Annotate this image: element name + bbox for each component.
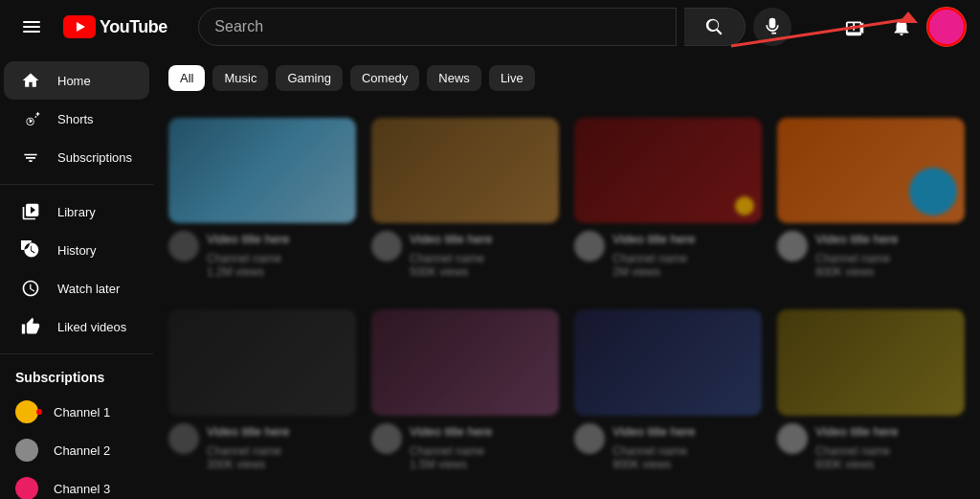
video-info-6: Video title here Channel name 1.5M views [371, 416, 559, 471]
video-info-2: Video title here Channel name 500K views [371, 223, 559, 279]
video-thumbnail-8 [777, 309, 965, 415]
subscription-item-3[interactable]: Channel 3 [4, 469, 149, 499]
video-stats-5: 300K views [207, 458, 356, 471]
video-card-1[interactable]: Video title here Channel name 1.2M views [168, 118, 356, 279]
channel-avatar-7 [574, 423, 605, 454]
video-thumbnail-4 [777, 118, 965, 223]
create-button[interactable] [836, 8, 875, 46]
video-title-4: Video title here [815, 231, 965, 248]
video-card-8[interactable]: Video title here Channel name 600K views [777, 309, 965, 470]
sidebar-item-home[interactable]: Home [4, 61, 149, 100]
sub-avatar-1 [15, 400, 38, 423]
video-title-8: Video title here [815, 423, 965, 441]
video-channel-3: Channel name [612, 252, 762, 265]
notifications-button[interactable] [882, 8, 921, 46]
video-channel-6: Channel name [410, 444, 559, 458]
sidebar-home-label: Home [57, 74, 91, 88]
video-info-3: Video title here Channel name 2M views [574, 223, 762, 279]
video-thumbnail-3 [574, 118, 762, 223]
shorts-icon [19, 107, 42, 130]
video-title-1: Video title here [207, 231, 356, 248]
home-icon [19, 69, 42, 92]
chip-news[interactable]: News [427, 65, 481, 91]
subscription-item-1[interactable]: Channel 1 [4, 393, 149, 431]
video-meta-4: Video title here Channel name 800K views [815, 231, 965, 279]
video-grid-row-2: Video title here Channel name 300K views… [153, 294, 980, 486]
microphone-button[interactable] [753, 8, 791, 46]
youtube-wordmark: YouTube [100, 17, 167, 37]
video-card-6[interactable]: Video title here Channel name 1.5M views [371, 309, 559, 470]
sidebar-item-watch-later[interactable]: Watch later [4, 269, 149, 307]
video-card-4[interactable]: Video title here Channel name 800K views [777, 118, 965, 279]
video-thumbnail-1 [168, 118, 356, 223]
video-stats-3: 2M views [612, 265, 762, 279]
video-channel-8: Channel name [815, 444, 965, 458]
header-left: YouTube [15, 11, 168, 43]
video-card-3[interactable]: Video title here Channel name 2M views [574, 118, 762, 279]
liked-videos-icon [19, 315, 42, 338]
sidebar-item-library[interactable]: Library [4, 193, 149, 231]
chip-live[interactable]: Live [489, 65, 535, 91]
sidebar-watch-later-label: Watch later [57, 282, 120, 296]
sub-avatar-2 [15, 439, 38, 462]
subscriptions-icon [19, 146, 42, 169]
video-info-4: Video title here Channel name 800K views [777, 223, 965, 279]
sub-name-2: Channel 2 [54, 443, 110, 458]
video-card-2[interactable]: Video title here Channel name 500K views [371, 118, 559, 279]
svg-rect-2 [23, 31, 40, 33]
sidebar-item-liked-videos[interactable]: Liked videos [4, 307, 149, 346]
sidebar-item-history[interactable]: History [4, 231, 149, 269]
video-channel-5: Channel name [207, 444, 356, 458]
sub-name-1: Channel 1 [54, 405, 110, 420]
sidebar-history-label: History [57, 243, 96, 258]
video-title-7: Video title here [612, 423, 762, 441]
video-thumbnail-7 [574, 309, 762, 415]
sidebar-library-label: Library [57, 205, 96, 219]
channel-avatar-2 [371, 231, 402, 261]
video-info-8: Video title here Channel name 600K views [777, 416, 965, 471]
video-stats-1: 1.2M views [207, 265, 356, 279]
chip-all[interactable]: All [168, 65, 205, 91]
hamburger-button[interactable] [15, 11, 48, 43]
sidebar-shorts-label: Shorts [57, 112, 94, 126]
search-input[interactable] [199, 9, 676, 45]
video-meta-6: Video title here Channel name 1.5M views [410, 423, 559, 471]
sidebar-item-subscriptions[interactable]: Subscriptions [4, 138, 149, 176]
search-button[interactable] [684, 8, 746, 46]
video-info-5: Video title here Channel name 300K views [168, 416, 356, 471]
video-info-1: Video title here Channel name 1.2M views [168, 223, 356, 279]
user-avatar-button[interactable] [928, 9, 965, 45]
youtube-logo[interactable]: YouTube [63, 15, 167, 38]
library-icon [19, 200, 42, 223]
channel-avatar-8 [777, 423, 808, 454]
video-channel-4: Channel name [815, 252, 965, 265]
video-stats-7: 900K views [612, 458, 762, 471]
video-thumbnail-2 [371, 118, 559, 223]
header: YouTube [0, 0, 980, 54]
header-right [836, 8, 965, 46]
video-meta-2: Video title here Channel name 500K views [410, 231, 559, 279]
video-meta-7: Video title here Channel name 900K views [612, 423, 762, 471]
channel-avatar-6 [371, 423, 402, 454]
chip-gaming[interactable]: Gaming [276, 65, 343, 91]
search-bar [198, 8, 677, 46]
subscription-item-2[interactable]: Channel 2 [4, 431, 149, 469]
video-meta-5: Video title here Channel name 300K views [207, 423, 356, 471]
video-channel-7: Channel name [612, 444, 762, 458]
svg-rect-1 [23, 26, 40, 28]
sidebar-item-shorts[interactable]: Shorts [4, 100, 149, 138]
main-content: All Music Gaming Comedy News Live Video … [153, 54, 980, 499]
video-meta-1: Video title here Channel name 1.2M views [207, 231, 356, 279]
video-card-7[interactable]: Video title here Channel name 900K views [574, 309, 762, 470]
sidebar-subscriptions-label: Subscriptions [57, 150, 132, 165]
video-stats-8: 600K views [815, 458, 965, 471]
video-title-2: Video title here [410, 231, 559, 248]
video-card-5[interactable]: Video title here Channel name 300K views [168, 309, 356, 470]
subscriptions-section-title: Subscriptions [0, 362, 153, 393]
channel-avatar-4 [777, 231, 808, 261]
video-title-5: Video title here [207, 423, 356, 441]
video-stats-2: 500K views [410, 265, 559, 279]
chip-music[interactable]: Music [212, 65, 268, 91]
chip-comedy[interactable]: Comedy [350, 65, 419, 91]
video-stats-6: 1.5M views [410, 458, 559, 471]
